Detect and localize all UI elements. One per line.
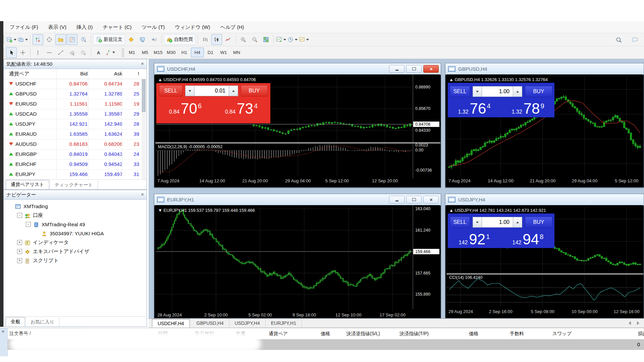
market-watch-row[interactable]: EURAUD1.635851.6362439 [4, 129, 147, 139]
navigator-button[interactable] [55, 34, 66, 45]
terminal-column-8[interactable]: 価格 [469, 331, 478, 337]
menu-item-1[interactable]: 表示 (V) [43, 21, 71, 33]
chart-canvas[interactable]: 0.869900.856700.843300.847060.00230.00-0… [155, 74, 440, 186]
expand-icon[interactable]: + [17, 240, 22, 245]
volume-increase-button[interactable] [513, 217, 522, 228]
timeframe-m1-button[interactable]: M1 [125, 48, 139, 57]
terminal-column-11[interactable]: 損益 [638, 331, 644, 337]
indicators-button[interactable] [276, 34, 286, 45]
chart-canvas[interactable]: CCI(14) 106.424029 Aug 20242 Sep 16:005 … [446, 205, 643, 317]
autotrading-button[interactable]: 自動売買 [164, 34, 196, 45]
tree-item[interactable]: +fインディケータ [4, 238, 147, 247]
templates-button[interactable] [299, 34, 309, 45]
terminal-column-9[interactable]: 手数料 [510, 331, 524, 337]
sell-button[interactable]: SELL [159, 85, 182, 97]
arrows-tool-button[interactable] [105, 47, 115, 58]
volume-increase-button[interactable] [513, 86, 522, 97]
volume-input[interactable]: 0.01 [195, 85, 229, 96]
zoom-out-button[interactable] [249, 34, 260, 45]
scroll-left-icon[interactable] [629, 321, 631, 325]
chart-tab-usdchf-h4[interactable]: USDCHF,H4 [152, 319, 190, 327]
menu-item-4[interactable]: ツール (T) [137, 21, 170, 33]
chart-canvas[interactable]: 7 Aug 202414 Aug 12:0021 Aug 20:0029 Aug… [446, 74, 643, 186]
timeframe-h1-button[interactable]: H1 [178, 48, 191, 57]
scroll-right-icon[interactable] [637, 321, 639, 325]
navigator-tab-0[interactable]: 全般 [6, 317, 25, 326]
collapse-icon[interactable]: - [26, 222, 31, 227]
chart-tab-gbpusd-h4[interactable]: GBPUSD,H4 [191, 319, 229, 327]
close-icon[interactable]: × [141, 191, 144, 197]
close-icon[interactable]: × [141, 61, 144, 67]
zoom-in-button[interactable] [238, 34, 249, 45]
close-button[interactable]: × [423, 65, 439, 73]
market-watch-button[interactable] [33, 34, 43, 45]
menu-item-6[interactable]: ヘルプ (H) [215, 21, 249, 33]
strategy-tester-button[interactable] [78, 34, 89, 45]
terminal-column-10[interactable]: スワップ [552, 331, 572, 337]
buy-price[interactable]: 1.32789 [502, 99, 554, 117]
chevron-down-icon[interactable] [283, 39, 286, 41]
buy-button[interactable]: BUY [241, 85, 268, 97]
collapse-icon[interactable]: - [17, 213, 22, 218]
fibo-button[interactable]: F [78, 47, 89, 58]
chart-tab-usdjpy-h4[interactable]: USDJPY,H4 [229, 319, 266, 327]
sell-price[interactable]: 142921 [448, 229, 500, 247]
tree-item[interactable]: -XMTrading-Real 49 [4, 220, 147, 229]
scrollbar[interactable] [142, 79, 146, 180]
expand-icon[interactable]: + [17, 249, 22, 254]
market-watch-row[interactable]: EURCHF0.945090.9454233 [4, 160, 147, 170]
buy-price[interactable]: 0.84734 [214, 99, 268, 117]
timeframe-mn-button[interactable]: MN [230, 48, 243, 57]
market-watch-row[interactable]: USDCAD1.355581.3558729 [4, 109, 147, 119]
timeframe-m30-button[interactable]: M30 [165, 48, 178, 57]
market-watch-row[interactable]: EURGBP0.840190.8404324 [4, 149, 147, 160]
channel-button[interactable]: E [67, 47, 77, 58]
tree-item[interactable]: XMTrading [4, 202, 147, 211]
tree-item[interactable]: +エキスパートアドバイザ [4, 247, 147, 256]
chart-window-usdjpy[interactable]: USDJPY,H4CCI(14) 106.424029 Aug 20242 Se… [445, 194, 644, 318]
volume-input[interactable]: 1.00 [482, 217, 513, 228]
periods-button[interactable] [287, 34, 298, 45]
volume-decrease-button[interactable] [473, 217, 482, 228]
sell-button[interactable]: SELL [450, 86, 470, 97]
chevron-down-icon[interactable] [14, 39, 16, 41]
chevron-down-icon[interactable] [295, 39, 298, 41]
menu-item-0[interactable]: ファイル (F) [5, 21, 43, 33]
chat-button[interactable] [630, 35, 640, 45]
menu-item-3[interactable]: チャート (C) [98, 21, 137, 33]
tile-windows-button[interactable] [261, 34, 271, 45]
buy-price[interactable]: 142948 [502, 229, 554, 247]
search-button[interactable] [613, 35, 624, 45]
buy-button[interactable]: BUY [525, 217, 552, 228]
candles-button[interactable] [211, 34, 222, 45]
market-watch-row[interactable]: EURUSD1.115611.1158019 [4, 99, 147, 109]
line-chart-button[interactable] [223, 34, 233, 45]
cursor-button[interactable] [6, 47, 17, 58]
terminal-column-5[interactable]: 価格 [321, 331, 330, 337]
data-window-button[interactable] [44, 34, 55, 45]
chart-window-titlebar[interactable]: USDJPY,H4 [445, 194, 644, 205]
chart-window-usdchf[interactable]: USDCHF,H4×0.869900.856700.843300.847060.… [154, 63, 441, 188]
sounds-button[interactable] [149, 34, 159, 45]
chevron-down-icon[interactable] [306, 39, 309, 41]
market-watch-row[interactable]: USDCHF0.847060.8473428 [4, 79, 147, 89]
profiles-button[interactable] [17, 34, 28, 45]
hline-button[interactable] [44, 47, 55, 58]
expand-icon[interactable]: + [17, 258, 22, 263]
tree-item[interactable]: -口座 [4, 211, 147, 220]
chart-window-titlebar[interactable]: USDCHF,H4× [154, 63, 441, 75]
timeframe-h4-button[interactable]: H4 [191, 48, 204, 57]
terminal-button[interactable] [67, 34, 77, 45]
restore-button[interactable] [406, 65, 422, 73]
chart-window-gbpusd[interactable]: GBPUSD,H47 Aug 202414 Aug 12:0021 Aug 20… [445, 63, 644, 188]
timeframe-m15-button[interactable]: M15 [152, 48, 165, 57]
timeframe-w1-button[interactable]: W1 [217, 48, 230, 57]
chevron-down-icon[interactable] [25, 39, 28, 41]
minimize-button[interactable] [389, 196, 405, 203]
sell-price[interactable]: 1.32764 [448, 99, 500, 117]
chart-window-eurjpy[interactable]: EURJPY,H1×163.040161.240157.665155.89015… [154, 194, 441, 318]
close-button[interactable]: × [423, 196, 439, 203]
market-watch-row[interactable]: USDJPY142.921142.94928 [4, 119, 147, 129]
terminal-column-6[interactable]: 決済逆指値(S/L) [346, 331, 380, 337]
sell-button[interactable]: SELL [450, 217, 470, 228]
